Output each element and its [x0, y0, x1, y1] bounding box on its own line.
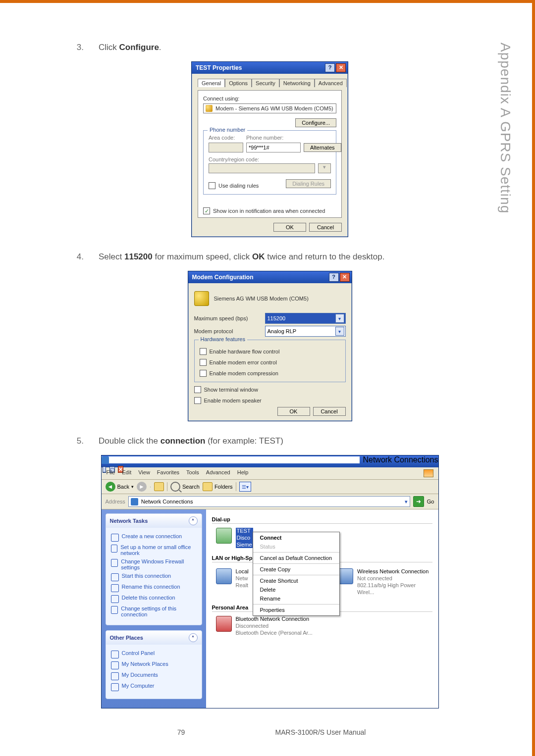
phone-number-input[interactable]: [246, 143, 301, 152]
connection-sub2: Sieme: [236, 542, 253, 549]
task-icon: [111, 595, 119, 603]
cancel-button[interactable]: Cancel: [309, 223, 342, 232]
ctx-rename[interactable]: Rename: [253, 594, 339, 603]
chk-label: Enable modem compression: [210, 370, 278, 376]
search-button[interactable]: Search: [170, 482, 200, 492]
other-places-header[interactable]: Other Places ˄: [106, 631, 202, 645]
error-control-checkbox[interactable]: Enable modem error control: [200, 359, 340, 366]
tab-options[interactable]: Options: [225, 79, 252, 87]
other-my-computer[interactable]: My Computer: [111, 683, 197, 691]
ctx-connect[interactable]: Connect: [253, 533, 339, 542]
menu-advanced[interactable]: Advanced: [206, 469, 230, 477]
connection-sub1: Not connected: [357, 575, 432, 582]
task-rename[interactable]: Rename this connection: [111, 584, 197, 592]
net-connections-icon: [102, 456, 109, 464]
collapse-icon: ˄: [189, 633, 198, 642]
task-icon: [111, 545, 118, 553]
close-button[interactable]: ✕: [336, 63, 346, 72]
context-menu: Connect Status Cancel as Default Connect…: [253, 532, 340, 616]
task-firewall[interactable]: Change Windows Firewall settings: [111, 558, 197, 570]
use-dialing-rules-checkbox[interactable]: Use dialing rules: [209, 182, 259, 189]
protocol-label: Modem protocol: [194, 328, 261, 334]
device-name: Siemens AG WM USB Modem (COM5): [214, 296, 309, 302]
address-input[interactable]: Network Connections ▾: [128, 496, 410, 507]
ok-button[interactable]: OK: [273, 223, 306, 232]
step-bold: connection: [160, 436, 206, 446]
tab-security[interactable]: Security: [252, 79, 279, 87]
help-button[interactable]: ?: [325, 63, 335, 72]
task-home-network[interactable]: Set up a home or small office network: [111, 544, 197, 556]
task-change-settings[interactable]: Change settings of this connection: [111, 605, 197, 617]
connection-name: TEST: [236, 528, 253, 535]
modem-name: Modem - Siemens AG WM USB Modem (COM5): [215, 105, 333, 111]
ctx-delete[interactable]: Delete: [253, 585, 339, 594]
alternates-button[interactable]: Alternates: [304, 143, 341, 152]
menu-view[interactable]: View: [138, 469, 150, 477]
compression-checkbox[interactable]: Enable modem compression: [200, 370, 340, 377]
task-delete[interactable]: Delete this connection: [111, 595, 197, 603]
folders-label: Folders: [214, 484, 233, 490]
protocol-select[interactable]: Analog RLP ▾: [265, 326, 346, 337]
collapse-icon: ˄: [189, 516, 198, 525]
menu-file[interactable]: File: [107, 469, 115, 477]
ctx-properties[interactable]: Properties: [253, 605, 339, 614]
cancel-button[interactable]: Cancel: [313, 407, 346, 416]
window-title: Network Connections: [363, 455, 438, 464]
tab-networking[interactable]: Networking: [279, 79, 315, 87]
ok-button[interactable]: OK: [277, 407, 310, 416]
forward-button: ►: [137, 482, 147, 492]
place-icon: [111, 683, 119, 691]
wireless-icon: [338, 568, 353, 584]
tasks-head-label: Network Tasks: [110, 518, 148, 524]
back-label: Back: [117, 484, 129, 490]
ctx-cancel-default[interactable]: Cancel as Default Connection: [253, 554, 339, 562]
task-create-connection[interactable]: Create a new connection: [111, 533, 197, 542]
chk-label: Enable hardware flow control: [210, 349, 280, 354]
menu-favorites[interactable]: Favorites: [157, 469, 179, 477]
tab-advanced[interactable]: Advanced: [315, 79, 347, 87]
show-icon-checkbox[interactable]: ✓ Show icon in notification area when co…: [203, 207, 336, 214]
other-control-panel[interactable]: Control Panel: [111, 650, 197, 658]
max-speed-select[interactable]: 115200 ▾: [265, 313, 346, 324]
task-label: Rename this connection: [122, 584, 180, 590]
connection-lan-local[interactable]: Local Netw Realt: [216, 568, 249, 596]
task-label: Change Windows Firewall settings: [121, 558, 196, 570]
other-network-places[interactable]: My Network Places: [111, 661, 197, 669]
configure-button[interactable]: Configure...: [295, 118, 336, 127]
terminal-window-checkbox[interactable]: Show terminal window: [194, 386, 346, 393]
up-folder-icon[interactable]: [154, 482, 164, 491]
connection-name: Bluetooth Network Connection: [236, 616, 313, 623]
other-my-documents[interactable]: My Documents: [111, 672, 197, 680]
ctx-create-copy[interactable]: Create Copy: [253, 565, 339, 574]
step-text: (for example: TEST): [205, 436, 283, 446]
menu-help[interactable]: Help: [237, 469, 249, 477]
ctx-create-shortcut[interactable]: Create Shortcut: [253, 576, 339, 585]
side-heading: Appendix A GPRS Setting: [497, 43, 513, 213]
minimize-button[interactable]: _: [103, 466, 107, 473]
views-button[interactable]: ☰▾: [239, 482, 251, 492]
place-label: My Computer: [122, 683, 155, 689]
max-speed-value: 115200: [268, 315, 286, 321]
connection-bluetooth[interactable]: Bluetooth Network Connection Disconnecte…: [216, 616, 432, 636]
modem-speaker-checkbox[interactable]: Enable modem speaker: [194, 397, 346, 404]
network-tasks-header[interactable]: Network Tasks ˄: [106, 514, 202, 528]
phone-number-label: Phone number:: [246, 135, 301, 141]
step-3: 3. Click Configure.: [72, 43, 468, 52]
close-button[interactable]: ✕: [340, 273, 350, 282]
tab-general[interactable]: General: [198, 79, 225, 87]
help-button[interactable]: ?: [329, 273, 339, 282]
modem-selector[interactable]: Modem - Siemens AG WM USB Modem (COM5): [203, 103, 336, 113]
country-input: [209, 163, 315, 173]
task-start-connection[interactable]: Start this connection: [111, 573, 197, 581]
go-button[interactable]: ➜: [413, 496, 424, 507]
connection-sub1: Netw: [236, 575, 249, 582]
folders-button[interactable]: Folders: [203, 482, 233, 491]
connection-sub2: Bluetooth Device (Personal Ar...: [236, 630, 313, 637]
menu-edit[interactable]: Edit: [122, 469, 131, 477]
menu-tools[interactable]: Tools: [186, 469, 199, 477]
place-icon: [111, 672, 119, 680]
menubar: File Edit View Favorites Tools Advanced …: [102, 467, 438, 480]
back-button[interactable]: ◄Back▾: [106, 482, 134, 492]
connection-wireless[interactable]: Wireless Network Connection Not connecte…: [338, 568, 432, 596]
flow-control-checkbox[interactable]: Enable hardware flow control: [200, 348, 340, 355]
